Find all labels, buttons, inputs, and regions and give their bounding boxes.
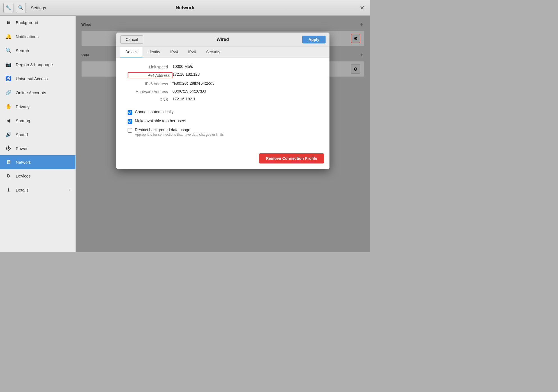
privacy-icon: ✋ [5, 103, 12, 110]
remove-connection-button[interactable]: Remove Connection Profile [259, 153, 324, 163]
sidebar-label-sharing: Sharing [16, 118, 30, 123]
tab-ipv4[interactable]: IPv4 [165, 47, 183, 57]
tab-details[interactable]: Details [120, 47, 142, 57]
auto-connect-label: Connect automatically [135, 110, 174, 114]
available-users-row: Make available to other users [128, 119, 318, 124]
sidebar-label-network: Network [16, 160, 31, 165]
dialog-body: Link speed 10000 Mb/s IPv4 Address 172.1… [116, 57, 329, 149]
wired-dialog: Cancel Wired Apply Details Identity IPv4… [116, 33, 329, 169]
ipv6-address-label: IPv6 Address [128, 81, 172, 86]
sidebar-label-devices: Devices [16, 174, 31, 178]
sidebar-label-details: Details [16, 188, 29, 192]
notifications-icon: 🔔 [5, 33, 12, 40]
devices-icon: 🖱 [5, 173, 12, 179]
cancel-button[interactable]: Cancel [120, 35, 143, 44]
sidebar: 🖥 Background 🔔 Notifications 🔍 Search 📷 … [0, 16, 76, 252]
dns-label: DNS [128, 97, 172, 102]
sidebar-item-search[interactable]: 🔍 Search [0, 43, 75, 57]
auto-connect-checkbox[interactable] [128, 110, 132, 115]
content-area: Wired + ⚙ VPN + ⚙ Cancel Wired [76, 16, 370, 252]
sidebar-item-universal-access[interactable]: ♿ Universal Access [0, 72, 75, 86]
sidebar-item-network[interactable]: 🖥 Network [0, 155, 75, 169]
hardware-address-value: 00:0C:29:64:2C:D3 [172, 89, 318, 94]
auto-connect-row: Connect automatically [128, 110, 318, 115]
title-bar-icons: 🔧 🔍 Settings [3, 3, 46, 13]
ipv4-address-value: 172.16.182.128 [172, 72, 318, 78]
dialog-footer: Remove Connection Profile [116, 149, 329, 169]
close-button[interactable]: ✕ [358, 3, 367, 12]
details-icon: ℹ [5, 187, 12, 193]
sidebar-item-notifications[interactable]: 🔔 Notifications [0, 29, 75, 43]
sidebar-item-details[interactable]: ℹ Details › [0, 183, 75, 197]
network-icon: 🖥 [5, 159, 12, 165]
tab-security[interactable]: Security [201, 47, 225, 57]
sidebar-item-region-language[interactable]: 📷 Region & Language [0, 57, 75, 72]
sidebar-label-background: Background [16, 20, 38, 25]
online-accounts-icon: 🔗 [5, 89, 12, 96]
sidebar-item-online-accounts[interactable]: 🔗 Online Accounts [0, 86, 75, 100]
ipv6-address-value: fe80::20c:29ff:fe64:2cd3 [172, 81, 318, 86]
search-sidebar-icon: 🔍 [5, 47, 12, 54]
restrict-data-sublabel: Appropriate for connections that have da… [135, 133, 225, 137]
power-icon: ⏻ [5, 146, 12, 151]
main-layout: 🖥 Background 🔔 Notifications 🔍 Search 📷 … [0, 16, 370, 252]
info-grid: Link speed 10000 Mb/s IPv4 Address 172.1… [128, 64, 318, 102]
sidebar-label-power: Power [16, 146, 28, 151]
region-icon: 📷 [5, 61, 12, 68]
dialog-titlebar: Cancel Wired Apply [116, 33, 329, 47]
sound-icon: 🔊 [5, 132, 12, 138]
tab-identity[interactable]: Identity [142, 47, 165, 57]
restrict-data-checkbox[interactable] [128, 128, 132, 133]
sharing-icon: ◀ [5, 117, 12, 124]
settings-label: Settings [31, 5, 46, 10]
universal-access-icon: ♿ [5, 75, 12, 82]
restrict-data-label: Restrict background data usage [135, 128, 190, 132]
sidebar-label-region-language: Region & Language [16, 62, 53, 67]
sidebar-item-sound[interactable]: 🔊 Sound [0, 128, 75, 142]
available-users-checkbox[interactable] [128, 119, 132, 124]
available-users-label: Make available to other users [135, 119, 186, 123]
background-icon: 🖥 [5, 20, 12, 26]
link-speed-value: 10000 Mb/s [172, 64, 318, 69]
sidebar-label-search: Search [16, 48, 29, 53]
sidebar-item-background[interactable]: 🖥 Background [0, 16, 75, 29]
window-title: Network [176, 5, 194, 11]
apply-button[interactable]: Apply [302, 36, 326, 43]
sidebar-item-power[interactable]: ⏻ Power [0, 142, 75, 155]
dialog-tabs: Details Identity IPv4 IPv6 Security [116, 47, 329, 57]
sidebar-label-notifications: Notifications [16, 34, 39, 39]
sidebar-item-devices[interactable]: 🖱 Devices [0, 169, 75, 183]
dns-value: 172.16.182.1 [172, 97, 318, 102]
modal-overlay: Cancel Wired Apply Details Identity IPv4… [76, 16, 370, 252]
details-chevron: › [69, 188, 70, 192]
tab-ipv6[interactable]: IPv6 [183, 47, 201, 57]
sidebar-item-sharing[interactable]: ◀ Sharing [0, 114, 75, 128]
sidebar-item-privacy[interactable]: ✋ Privacy [0, 100, 75, 114]
search-icon[interactable]: 🔍 [16, 3, 26, 13]
link-speed-label: Link speed [128, 64, 172, 69]
hardware-address-label: Hardware Address [128, 89, 172, 94]
title-bar: 🔧 🔍 Settings Network ✕ [0, 0, 370, 16]
dialog-title: Wired [143, 37, 303, 42]
tools-icon[interactable]: 🔧 [3, 3, 13, 13]
sidebar-label-online-accounts: Online Accounts [16, 90, 46, 95]
sidebar-label-privacy: Privacy [16, 104, 29, 109]
sidebar-label-sound: Sound [16, 132, 28, 137]
ipv4-address-label: IPv4 Address [128, 72, 172, 78]
restrict-data-row: Restrict background data usage Appropria… [128, 128, 318, 137]
sidebar-label-universal-access: Universal Access [16, 76, 48, 81]
